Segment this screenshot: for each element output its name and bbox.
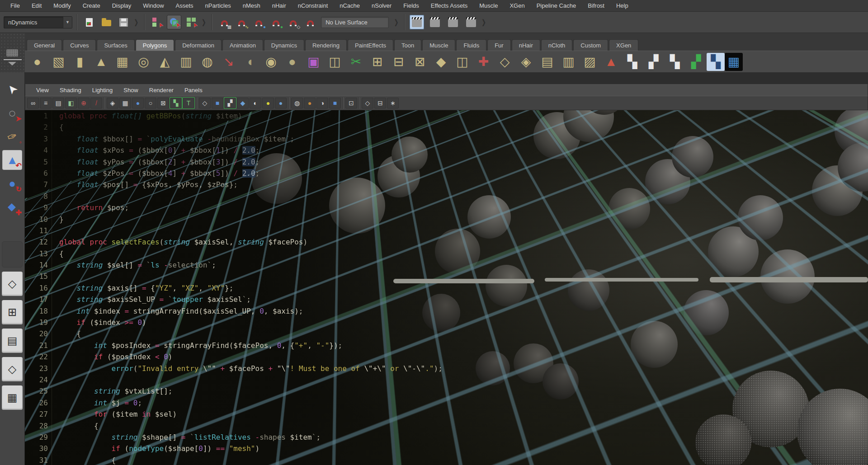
nparticle-sphere[interactable] [738,195,783,240]
panel-menu-renderer[interactable]: Renderer [144,87,179,94]
bookmark-icon[interactable]: ▤ [52,98,64,108]
checker-icon[interactable]: ▚ [170,98,182,108]
panel-menu-lighting[interactable]: Lighting [87,87,118,94]
workspace-selector[interactable]: nDynamics ▼ [4,16,72,28]
shelf-tab-polygons[interactable]: Polygons [136,39,174,51]
extrude-icon[interactable]: ⊠ [409,52,430,72]
chevron-down-icon[interactable]: ▼ [63,17,72,28]
crease-cube-icon[interactable]: ▣ [303,52,324,72]
poly-platonic-icon[interactable]: ◍ [197,52,218,72]
paint-select-tool[interactable]: ✑◦ [2,127,22,146]
shelf-tab-painteffects[interactable]: PaintEffects [348,39,393,51]
snap-to-center-icon[interactable] [303,15,317,29]
render-settings-icon[interactable] [464,15,478,29]
poly-plane-icon[interactable]: ▦ [112,52,133,72]
shelf-tab-custom[interactable]: Custom [573,39,608,51]
insert-edge-loop-icon[interactable]: ▤ [537,52,558,72]
uv-automatic-mapping-icon[interactable]: ▞ [685,52,707,72]
smooth-mesh-icon[interactable]: ● [282,52,303,72]
multi-cut-icon[interactable]: ◇ [494,52,515,72]
nparticle-sphere[interactable] [695,414,751,465]
stereo-camera-icon[interactable]: ∞ [27,98,39,108]
instance-icon[interactable]: ⊟ [374,98,386,108]
mirror-geometry-icon[interactable]: ◫ [324,52,345,72]
hypershade-persp-layout-button[interactable]: ▦ [2,385,23,410]
menu-nmesh[interactable]: nMesh [237,0,266,11]
rotate-tool[interactable]: ●↻ [2,174,22,193]
open-scene-icon[interactable] [99,15,113,29]
checker-bracket-icon[interactable]: ▞ [224,98,236,108]
menu-muscle[interactable]: Muscle [473,0,504,11]
snap-to-curve-icon[interactable]: ∿ [234,15,249,29]
menu-nparticles[interactable]: nParticles [199,0,237,11]
four-pane-layout-button[interactable]: ⊞ [2,300,23,324]
film-gate-icon[interactable]: ▦ [119,98,131,108]
lasso-select-tool[interactable]: ◌➤ [2,103,22,123]
move-tool[interactable]: ▲↶ [2,150,22,170]
checker-ball-icon[interactable]: ◐ [250,98,261,108]
motion-blur-icon[interactable]: ■ [329,98,341,108]
poly-pyramid-icon[interactable]: ◭ [154,52,175,72]
nparticle-sphere[interactable] [609,188,650,230]
menu-edit[interactable]: Edit [26,0,47,11]
shelf-menu-widget[interactable] [0,33,25,72]
menu-effects-assets[interactable]: Effects Assets [425,0,473,11]
shaded-cube-icon[interactable]: ■ [212,98,223,108]
nparticle-sphere[interactable] [542,363,579,399]
menu-fields[interactable]: Fields [397,0,425,11]
grease-pencil-icon[interactable]: / [90,98,102,108]
target-weld-icon[interactable]: ◈ [515,52,537,72]
uv-planar-mapping-icon[interactable]: ▚ [622,52,643,72]
shelf-tab-fluids[interactable]: Fluids [456,39,486,51]
edge-flow-icon[interactable]: ▨ [579,52,600,72]
menu-window[interactable]: Window [137,0,170,11]
poly-torus-icon[interactable]: ◎ [133,52,154,72]
wire-box-icon[interactable]: ◇ [362,98,373,108]
share-nodes-icon[interactable]: ∗ [387,98,399,108]
nparticle-sphere[interactable] [486,265,527,306]
light-yellow-icon[interactable]: ● [262,98,274,108]
panel-menu-panels[interactable]: Panels [179,87,208,94]
shelf-tab-muscle[interactable]: Muscle [422,39,455,51]
render-view-icon[interactable] [410,15,424,29]
isolate-select-icon[interactable]: ⊡ [345,98,357,108]
shelf-tab-general[interactable]: General [27,39,62,51]
shelf-tab-fur[interactable]: Fur [487,39,511,51]
select-by-hierarchy-icon[interactable]: ➤ [150,15,164,29]
smooth-preview-icon[interactable]: ◉ [260,52,282,72]
default-lighting-icon[interactable]: ◍ [291,98,303,108]
combine-icon[interactable]: ⊞ [367,52,388,72]
nparticle-sphere[interactable] [684,290,729,335]
textured-icon[interactable]: ⊠ [157,98,169,108]
uv-cylindrical-mapping-icon[interactable]: ▞ [643,52,664,72]
menu-ncache[interactable]: nCache [334,0,366,11]
outliner-persp-layout-button[interactable]: ▤ [2,329,23,353]
menu-file[interactable]: File [5,0,26,11]
select-by-component-icon[interactable]: ➤ [184,15,198,29]
shelf-tab-rendering[interactable]: Rendering [305,39,347,51]
textured-cube-icon[interactable]: ◆ [237,98,249,108]
shelf-tab-nhair[interactable]: nHair [512,39,540,51]
shelf-menu-icon[interactable] [6,49,18,56]
shelf-tab-surfaces[interactable]: Surfaces [97,39,134,51]
menu-bifrost[interactable]: Bifrost [582,0,610,11]
single-pane-layout-button[interactable]: ◇ [2,272,23,296]
sculpt-tool-icon[interactable]: ▲ [600,52,622,72]
scale-tool[interactable]: ■✚ [2,197,22,217]
collapse-arrow-icon[interactable]: ❭ [480,18,488,26]
voxel-cube-icon[interactable]: ▦ [725,53,743,71]
shadows-icon[interactable]: ● [304,98,316,108]
panel-menu-show[interactable]: Show [118,87,144,94]
shelf-tab-animation[interactable]: Animation [222,39,263,51]
select-by-object-icon[interactable]: ➤ [167,15,181,29]
select-tool[interactable]: ➤ [2,80,22,99]
shelf-tab-toon[interactable]: Toon [394,39,421,51]
menu-nhair[interactable]: nHair [266,0,292,11]
image-plane-icon[interactable]: ◧ [65,98,77,108]
shelf-tab-curves[interactable]: Curves [63,39,96,51]
nparticle-sphere[interactable] [672,136,713,178]
poly-pipe-icon[interactable]: ▥ [175,52,197,72]
snap-to-point-icon[interactable]: ● [251,15,266,29]
merge-vertices-icon[interactable]: ✚ [473,52,494,72]
menu-modify[interactable]: Modify [47,0,76,11]
